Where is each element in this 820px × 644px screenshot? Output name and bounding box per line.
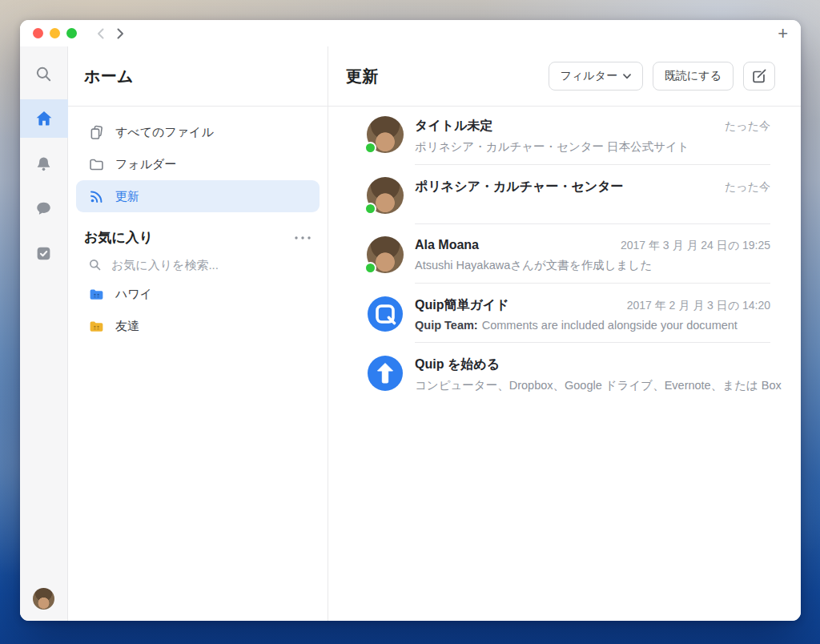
sidebar-item-all-files[interactable]: すべてのファイル xyxy=(76,116,320,148)
bell-icon xyxy=(34,155,53,173)
user-avatar[interactable] xyxy=(33,588,54,610)
avatar xyxy=(367,177,404,214)
favorite-folder-friends[interactable]: 友達 xyxy=(68,310,328,342)
update-row[interactable]: ポリネシア・カルチャー・センター たった今 xyxy=(328,167,801,221)
update-subtitle: Atsushi Hayakawaさんが文書を作成しました xyxy=(415,258,770,273)
chevron-down-icon xyxy=(623,74,631,79)
compose-button[interactable] xyxy=(743,62,775,91)
update-subtitle: Quip Team:Comments are included alongsid… xyxy=(415,319,770,332)
update-row[interactable]: Ala Moana 2017 年 3 月 月 24 日の 19:25 Atsus… xyxy=(328,227,801,280)
traffic-lights xyxy=(33,28,77,38)
quip-logo-icon xyxy=(367,296,404,332)
online-status-dot xyxy=(364,142,376,154)
update-timestamp: たった今 xyxy=(725,119,770,134)
import-upload-icon xyxy=(367,355,404,392)
update-row[interactable]: タイトル未定 たった今 ポリネシア・カルチャー・センター 日本公式サイト xyxy=(328,107,801,162)
sidebar-item-label: 更新 xyxy=(115,189,139,204)
app-window: + xyxy=(20,20,801,621)
shared-folder-yellow-icon xyxy=(88,318,105,335)
forward-icon[interactable] xyxy=(116,27,125,40)
back-icon[interactable] xyxy=(96,27,105,40)
sidebar-item-label: フォルダー xyxy=(115,157,176,172)
update-row[interactable]: Quip を始める コンピューター、Dropbox、Google ドライブ、Ev… xyxy=(328,345,801,400)
updates-panel: 更新 フィルター 既読にする xyxy=(328,46,801,621)
rss-feed-icon xyxy=(88,188,105,205)
online-status-dot xyxy=(364,262,376,274)
minimize-window-button[interactable] xyxy=(50,28,60,38)
update-timestamp: たった今 xyxy=(725,180,770,195)
favorites-search xyxy=(68,252,328,278)
rail-notifications-button[interactable] xyxy=(20,144,68,183)
favorite-folder-hawaii[interactable]: ハワイ xyxy=(68,278,328,310)
sidebar: ホーム すべてのファイル フォルダー xyxy=(68,46,328,621)
update-subtitle-sender: Quip Team: xyxy=(415,319,478,332)
page-title: 更新 xyxy=(346,66,379,87)
list-divider xyxy=(415,283,770,284)
sidebar-item-label: すべてのファイル xyxy=(115,125,214,140)
rail-search-button[interactable] xyxy=(20,54,68,93)
list-divider xyxy=(415,342,770,343)
update-subtitle: コンピューター、Dropbox、Google ドライブ、Evernote、または… xyxy=(415,378,770,393)
favorite-folder-label: ハワイ xyxy=(115,287,152,302)
shared-folder-blue-icon xyxy=(88,286,105,303)
update-row[interactable]: Quip簡単ガイド 2017 年 2 月 月 3 日の 14:20 Quip T… xyxy=(328,286,801,340)
checkbox-icon xyxy=(34,244,53,263)
update-title: タイトル未定 xyxy=(415,118,493,135)
list-divider xyxy=(415,164,770,165)
new-tab-button[interactable]: + xyxy=(778,25,788,42)
update-title: ポリネシア・カルチャー・センター xyxy=(415,179,624,195)
avatar xyxy=(367,116,404,153)
search-icon xyxy=(88,258,102,272)
zoom-window-button[interactable] xyxy=(66,28,77,38)
folder-icon xyxy=(88,156,105,173)
home-icon xyxy=(34,109,54,128)
update-title: Quip を始める xyxy=(415,356,500,373)
update-title: Ala Moana xyxy=(415,238,479,252)
compose-icon xyxy=(750,67,768,85)
app-rail xyxy=(20,46,68,621)
titlebar: + xyxy=(20,20,801,46)
chat-bubble-icon xyxy=(34,199,53,218)
favorite-folder-label: 友達 xyxy=(115,319,139,334)
mark-read-button-label: 既読にする xyxy=(665,69,722,83)
online-status-dot xyxy=(364,203,376,215)
avatar xyxy=(367,236,404,273)
search-icon xyxy=(34,65,53,83)
favorites-search-input[interactable] xyxy=(111,258,271,272)
filter-button[interactable]: フィルター xyxy=(549,62,643,91)
sidebar-item-folders[interactable]: フォルダー xyxy=(76,148,320,180)
sidebar-title: ホーム xyxy=(84,66,134,87)
close-window-button[interactable] xyxy=(33,28,43,38)
update-subtitle-text: Comments are included alongside your doc… xyxy=(482,319,738,332)
ellipsis-menu-icon[interactable] xyxy=(294,235,312,240)
list-divider xyxy=(415,223,770,224)
rail-tasks-button[interactable] xyxy=(20,234,68,272)
update-timestamp: 2017 年 3 月 月 24 日の 19:25 xyxy=(621,239,770,253)
rail-chat-button[interactable] xyxy=(20,189,68,227)
favorites-title: お気に入り xyxy=(84,228,153,247)
mark-read-button[interactable]: 既読にする xyxy=(653,62,734,91)
update-title: Quip簡単ガイド xyxy=(415,297,509,314)
documents-icon xyxy=(88,124,105,141)
filter-button-label: フィルター xyxy=(561,69,617,83)
update-subtitle: ポリネシア・カルチャー・センター 日本公式サイト xyxy=(415,139,770,155)
update-timestamp: 2017 年 2 月 月 3 日の 14:20 xyxy=(627,299,770,313)
sidebar-item-updates[interactable]: 更新 xyxy=(76,180,320,212)
updates-list: タイトル未定 たった今 ポリネシア・カルチャー・センター 日本公式サイト xyxy=(328,107,801,621)
rail-home-button[interactable] xyxy=(20,99,68,138)
